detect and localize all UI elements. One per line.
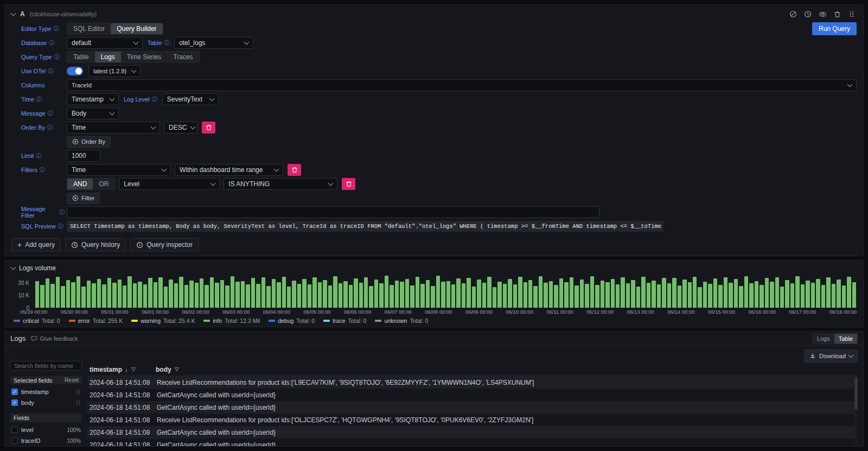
condition-operator-select[interactable]: IS ANYTHING bbox=[224, 178, 337, 190]
legend-item[interactable]: warningTotal: 25.4 K bbox=[131, 317, 195, 324]
table-view-option[interactable]: Table bbox=[834, 334, 857, 344]
query-type-time-series[interactable]: Time Series bbox=[121, 52, 168, 62]
field-checkbox[interactable]: ✓ bbox=[11, 399, 18, 406]
message-filter-label: Message Filter ⓘ bbox=[21, 206, 65, 219]
filter-funnel-icon[interactable] bbox=[131, 367, 136, 372]
log-level-column-select[interactable]: SeverityText bbox=[162, 93, 219, 105]
field-checkbox[interactable]: ✓ bbox=[11, 389, 18, 395]
table-row[interactable]: 2024-06-18 14:51:08Receive ListRecommend… bbox=[87, 414, 858, 426]
volume-bar bbox=[158, 277, 162, 308]
search-fields-input[interactable] bbox=[10, 361, 82, 371]
logs-view-option[interactable]: Logs bbox=[813, 334, 834, 344]
query-type-table[interactable]: Table bbox=[67, 52, 95, 62]
use-otel-toggle[interactable] bbox=[67, 67, 83, 75]
legend-item[interactable]: debugTotal: 0 bbox=[269, 317, 315, 324]
filter-operator-select[interactable]: Within dashboard time range bbox=[175, 164, 283, 176]
info-icon[interactable]: ⓘ bbox=[59, 209, 65, 215]
run-query-button[interactable]: Run Query bbox=[812, 22, 857, 35]
message-filter-input[interactable] bbox=[67, 206, 599, 218]
scrollbar-thumb[interactable] bbox=[854, 377, 858, 410]
database-select[interactable]: default bbox=[67, 37, 143, 49]
download-button[interactable]: Download bbox=[805, 350, 858, 363]
table-row[interactable]: 2024-06-18 14:51:08GetCartAsync called w… bbox=[87, 389, 858, 401]
message-column-select[interactable]: Body bbox=[67, 107, 119, 119]
remove-order-by-button[interactable] bbox=[202, 122, 215, 134]
disable-query-icon[interactable] bbox=[788, 9, 798, 19]
info-icon[interactable]: ⓘ bbox=[40, 167, 45, 173]
field-checkbox[interactable] bbox=[11, 437, 18, 444]
info-icon[interactable]: ⓘ bbox=[54, 54, 60, 60]
info-icon[interactable]: ⓘ bbox=[164, 40, 169, 46]
collapse-query-icon[interactable] bbox=[11, 11, 16, 16]
query-inspector-button[interactable]: Query inspector bbox=[130, 238, 199, 251]
volume-bar bbox=[765, 278, 769, 308]
and-option[interactable]: AND bbox=[67, 179, 93, 189]
drag-handle-icon[interactable] bbox=[75, 399, 81, 406]
remove-filter-button[interactable] bbox=[288, 164, 301, 176]
give-feedback-link[interactable]: Give feedback bbox=[31, 335, 78, 342]
sql-editor-option[interactable]: SQL Editor bbox=[67, 23, 111, 34]
info-icon[interactable]: ⓘ bbox=[58, 224, 63, 229]
volume-bar bbox=[770, 282, 774, 308]
info-icon[interactable]: ⓘ bbox=[53, 26, 59, 31]
y-tick-label: 10 K bbox=[18, 293, 29, 298]
table-row[interactable]: 2024-06-18 14:51:08GetCartAsync called w… bbox=[87, 439, 858, 446]
columns-select[interactable]: TraceId bbox=[67, 79, 857, 91]
volume-bar bbox=[533, 286, 537, 308]
add-query-button[interactable]: + Add query bbox=[11, 238, 61, 251]
info-icon[interactable]: ⓘ bbox=[48, 111, 53, 116]
table-row[interactable]: 2024-06-18 14:51:08Receive ListRecommend… bbox=[87, 376, 858, 389]
legend-item[interactable]: traceTotal: 0 bbox=[323, 317, 366, 324]
body-column-header[interactable]: body bbox=[156, 366, 858, 373]
x-tick-label: 06/07 00:00 bbox=[385, 309, 412, 315]
table-select[interactable]: otel_logs bbox=[174, 37, 253, 49]
filter-field-select[interactable]: Time bbox=[67, 164, 171, 176]
remove-condition-button[interactable] bbox=[342, 178, 355, 190]
editor-type-label: Editor Type ⓘ bbox=[21, 26, 65, 32]
x-tick-label: 06/12 00:00 bbox=[586, 309, 614, 315]
time-column-select[interactable]: Timestamp bbox=[67, 93, 119, 105]
add-filter-button[interactable]: Filter bbox=[67, 193, 100, 204]
info-icon[interactable]: ⓘ bbox=[152, 97, 157, 102]
query-builder-option[interactable]: Query Builder bbox=[111, 23, 162, 34]
legend-item[interactable]: errorTotal: 255 K bbox=[69, 317, 123, 324]
eye-icon[interactable] bbox=[818, 9, 827, 19]
collapse-volume-icon[interactable] bbox=[11, 265, 16, 270]
volume-bar bbox=[302, 279, 306, 308]
query-history-icon[interactable] bbox=[803, 9, 813, 19]
chevron-down-icon bbox=[162, 167, 167, 172]
drag-query-handle[interactable] bbox=[847, 9, 857, 19]
query-type-logs[interactable]: Logs bbox=[95, 52, 121, 62]
legend-item[interactable]: unknownTotal: 0 bbox=[375, 317, 428, 324]
table-row[interactable]: 2024-06-18 14:51:08GetCartAsync called w… bbox=[87, 401, 858, 414]
table-row[interactable]: 2024-06-18 14:51:08GetCartAsync called w… bbox=[87, 426, 858, 439]
or-option[interactable]: OR bbox=[93, 179, 114, 189]
timestamp-column-header[interactable]: timestamp ↓ bbox=[87, 366, 156, 373]
query-history-button[interactable]: Query history bbox=[65, 238, 126, 251]
drag-handle-icon[interactable] bbox=[75, 389, 81, 395]
message-filter-row: Message Filter ⓘ bbox=[21, 206, 857, 219]
info-icon[interactable]: ⓘ bbox=[48, 68, 53, 74]
info-icon[interactable]: ⓘ bbox=[36, 97, 42, 102]
limit-input[interactable] bbox=[67, 150, 100, 162]
legend-item[interactable]: criticalTotal: 0 bbox=[14, 317, 60, 324]
order-by-field-select[interactable]: Time bbox=[67, 122, 160, 134]
order-direction-select[interactable]: DESC bbox=[164, 122, 197, 134]
volume-bar bbox=[611, 279, 615, 308]
condition-field-select[interactable]: Level bbox=[119, 178, 220, 190]
remove-query-icon[interactable] bbox=[832, 9, 842, 19]
field-checkbox[interactable] bbox=[11, 427, 18, 433]
reset-button[interactable]: Reset bbox=[65, 377, 79, 383]
add-order-by-button[interactable]: Order By bbox=[67, 136, 111, 148]
query-type-traces[interactable]: Traces bbox=[167, 52, 199, 62]
otel-version-select[interactable]: latest (1.2.9) bbox=[88, 65, 141, 77]
legend-item[interactable]: infoTotal: 12.3 Mil bbox=[203, 317, 260, 324]
info-icon[interactable]: ⓘ bbox=[49, 40, 54, 46]
table-scrollbar[interactable] bbox=[854, 377, 858, 444]
x-tick-label: 06/15 00:00 bbox=[708, 309, 735, 315]
filter-funnel-icon[interactable] bbox=[174, 367, 180, 372]
info-icon[interactable]: ⓘ bbox=[36, 153, 41, 158]
info-icon[interactable]: ⓘ bbox=[47, 125, 53, 130]
sort-desc-icon[interactable]: ↓ bbox=[125, 366, 128, 373]
database-label-text: Database bbox=[21, 40, 47, 46]
